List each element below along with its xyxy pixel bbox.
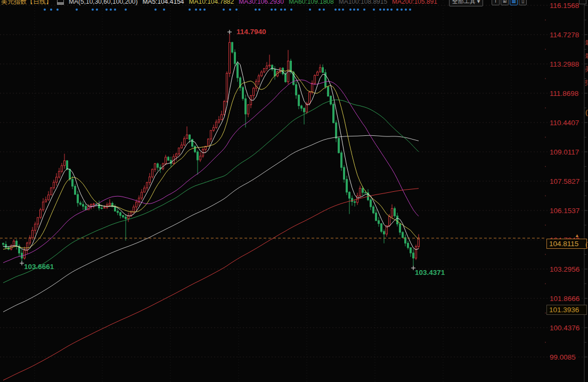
price-axis-label: 114.7278 xyxy=(550,31,579,39)
hollow-candle-icon[interactable]: ⊞ xyxy=(501,0,509,5)
clipped-panel-text: ( xyxy=(585,108,587,116)
ma-value-6: MA200:105.891 xyxy=(392,0,437,5)
chart-style-icon[interactable]: ▦ xyxy=(510,0,518,5)
ma-value-5: MA100:108.8915 xyxy=(339,0,387,5)
price-up-arrow-icon: ▲ xyxy=(575,233,579,238)
price-axis-label: 106.1537 xyxy=(550,207,579,215)
ma10-line xyxy=(3,70,419,250)
chart-canvas[interactable]: 116.1568114.7278113.2988111.8698110.4407… xyxy=(0,0,588,382)
price-axis-label: 103.2956 xyxy=(550,265,579,273)
clipped-panel-text: 最 xyxy=(585,38,588,47)
price-level-value: 101.3936 xyxy=(549,306,579,314)
all-tools-label: 全部工具 xyxy=(452,0,476,5)
ma60-line xyxy=(3,100,419,282)
indicator-legend-bar: 美元指数【日线】 MA(5,10,30,60,100,200) MA5:104.… xyxy=(0,0,588,6)
price-axis-label: 111.8698 xyxy=(550,90,578,97)
candlesticks xyxy=(3,34,420,266)
clipped-panel-text: 最 xyxy=(585,52,588,61)
price-axis-label: 99.0085 xyxy=(550,353,576,361)
price-annotation: 103.6661 xyxy=(24,263,54,271)
gridlines xyxy=(0,0,587,382)
chevron-down-icon: ▾ xyxy=(477,0,480,5)
clipped-panel-text: 指 xyxy=(585,78,588,87)
candlestick-chart-icon[interactable] xyxy=(57,0,64,5)
ma-value-1: MA5:104.4154 xyxy=(142,0,184,5)
ma5-line xyxy=(3,62,419,250)
price-axis-label: 107.5827 xyxy=(550,177,579,185)
clipped-side-panel: 最最美指(( xyxy=(585,0,588,382)
price-annotation: 103.4371 xyxy=(415,269,445,277)
ma200-line xyxy=(3,189,419,380)
current-price-value: 104.8115 xyxy=(549,240,578,248)
price-axis-label: 113.2988 xyxy=(550,60,579,68)
price-annotation: 114.7940 xyxy=(236,28,266,36)
price-axis-label: 109.0117 xyxy=(550,148,579,156)
price-axis-label: 110.4407 xyxy=(550,119,579,127)
ma-values-list: MA5:104.4154MA10:104.7882MA30:106.2930MA… xyxy=(142,0,442,5)
event-marker-dots[interactable] xyxy=(44,9,411,11)
current-price-tag[interactable]: 104.8115 xyxy=(546,239,587,249)
clipped-panel-text: ( xyxy=(585,240,587,248)
clipped-panel-text: 美 xyxy=(585,65,588,74)
instrument-title: 美元指数【日线】 xyxy=(1,0,52,5)
ma-settings-label[interactable]: MA(5,10,30,60,100,200) xyxy=(69,0,137,5)
all-tools-dropdown-button[interactable]: 全部工具 ▾ xyxy=(449,0,483,6)
price-axis-label: 101.8666 xyxy=(550,295,579,303)
chart-application-window: 116.1568114.7278113.2988111.8698110.4407… xyxy=(0,0,588,382)
ma-value-3: MA30:106.2930 xyxy=(239,0,284,5)
text-tool-icon[interactable]: T xyxy=(492,0,500,5)
panel-layout-icon[interactable]: ▯ xyxy=(519,0,527,5)
ma-value-4: MA60:109.1808 xyxy=(289,0,334,5)
price-axis-label: 100.4376 xyxy=(550,324,579,332)
price-level-tag[interactable]: 101.3936 xyxy=(546,305,587,315)
ma-value-2: MA10:104.7882 xyxy=(189,0,234,5)
